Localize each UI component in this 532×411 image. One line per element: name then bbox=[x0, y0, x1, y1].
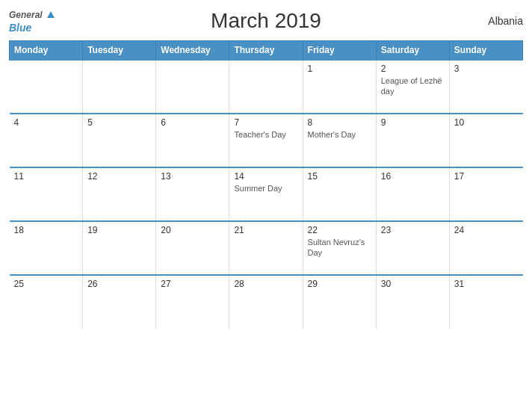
col-monday: Monday bbox=[10, 41, 83, 61]
col-thursday: Thursday bbox=[229, 41, 303, 61]
day-cell bbox=[83, 60, 156, 114]
week-row-5: 25262728293031 bbox=[10, 275, 523, 329]
day-number: 24 bbox=[454, 225, 519, 235]
day-number: 9 bbox=[381, 117, 445, 128]
day-cell: 23 bbox=[376, 221, 449, 275]
logo: General Blue bbox=[9, 7, 55, 34]
event-label: Mother's Day bbox=[308, 130, 356, 139]
day-cell: 1 bbox=[303, 60, 376, 114]
day-cell: 13 bbox=[156, 167, 229, 221]
day-cell: 4 bbox=[10, 114, 83, 167]
logo-container: General Blue bbox=[9, 7, 55, 34]
day-cell: 10 bbox=[449, 114, 522, 167]
week-row-3: 11121314Summer Day151617 bbox=[10, 167, 523, 221]
header: General Blue March 2019 Albania bbox=[9, 7, 523, 34]
logo-triangle-icon bbox=[47, 11, 55, 18]
week-row-1: 12League of Lezhë day3 bbox=[10, 60, 523, 114]
day-cell: 21 bbox=[229, 221, 303, 275]
day-number: 30 bbox=[381, 279, 445, 289]
day-cell: 24 bbox=[449, 221, 522, 275]
day-cell: 19 bbox=[83, 221, 156, 275]
day-cell: 11 bbox=[10, 167, 83, 221]
day-number: 19 bbox=[87, 225, 151, 235]
day-number: 15 bbox=[308, 171, 371, 182]
calendar-title: March 2019 bbox=[211, 9, 321, 33]
day-number: 18 bbox=[14, 225, 78, 235]
day-cell: 20 bbox=[156, 221, 229, 275]
day-cell: 22Sultan Nevruz's Day bbox=[303, 221, 376, 275]
calendar-page: General Blue March 2019 Albania Monday T… bbox=[0, 0, 532, 411]
col-sunday: Sunday bbox=[449, 41, 522, 61]
day-number: 25 bbox=[14, 279, 78, 289]
day-number: 4 bbox=[14, 117, 78, 128]
day-number: 13 bbox=[161, 171, 224, 182]
day-number: 5 bbox=[87, 117, 151, 128]
day-number: 27 bbox=[161, 279, 224, 289]
day-number: 29 bbox=[308, 279, 371, 289]
day-cell: 27 bbox=[156, 275, 229, 329]
col-saturday: Saturday bbox=[376, 41, 449, 61]
day-number: 11 bbox=[14, 171, 78, 182]
day-number: 20 bbox=[161, 225, 224, 235]
col-tuesday: Tuesday bbox=[83, 41, 156, 61]
week-row-4: 1819202122Sultan Nevruz's Day2324 bbox=[10, 221, 523, 275]
day-number: 14 bbox=[234, 171, 297, 182]
day-number: 2 bbox=[381, 64, 445, 74]
day-number: 28 bbox=[234, 279, 297, 289]
day-number: 16 bbox=[381, 171, 445, 182]
day-cell: 3 bbox=[449, 60, 522, 114]
day-cell: 12 bbox=[83, 167, 156, 221]
day-cell: 5 bbox=[83, 114, 156, 167]
day-cell: 7Teacher's Day bbox=[229, 114, 303, 167]
day-cell: 9 bbox=[376, 114, 449, 167]
day-number: 1 bbox=[308, 64, 371, 74]
logo-blue-text: Blue bbox=[9, 21, 55, 34]
day-number: 3 bbox=[454, 64, 519, 74]
day-number: 8 bbox=[308, 117, 371, 128]
day-number: 10 bbox=[454, 117, 519, 128]
day-cell: 2League of Lezhë day bbox=[376, 60, 449, 114]
day-cell: 18 bbox=[10, 221, 83, 275]
day-cell: 17 bbox=[449, 167, 522, 221]
day-number: 12 bbox=[87, 171, 151, 182]
day-cell: 28 bbox=[229, 275, 303, 329]
day-cell: 8Mother's Day bbox=[303, 114, 376, 167]
day-number: 31 bbox=[454, 279, 519, 289]
logo-general-text: General bbox=[9, 7, 55, 21]
event-label: Teacher's Day bbox=[234, 130, 285, 139]
col-friday: Friday bbox=[303, 41, 376, 61]
calendar-body: 12League of Lezhë day34567Teacher's Day8… bbox=[10, 60, 523, 329]
day-cell: 16 bbox=[376, 167, 449, 221]
event-label: League of Lezhë day bbox=[381, 76, 442, 96]
event-label: Summer Day bbox=[234, 184, 282, 193]
calendar-table: Monday Tuesday Wednesday Thursday Friday… bbox=[9, 40, 523, 329]
event-label: Sultan Nevruz's Day bbox=[308, 238, 365, 257]
day-cell bbox=[229, 60, 303, 114]
day-cell: 26 bbox=[83, 275, 156, 329]
day-cell: 30 bbox=[376, 275, 449, 329]
day-cell: 14Summer Day bbox=[229, 167, 303, 221]
week-row-2: 4567Teacher's Day8Mother's Day910 bbox=[10, 114, 523, 167]
day-number: 17 bbox=[454, 171, 519, 182]
day-cell: 6 bbox=[156, 114, 229, 167]
col-wednesday: Wednesday bbox=[156, 41, 229, 61]
day-cell bbox=[156, 60, 229, 114]
day-cell: 31 bbox=[449, 275, 522, 329]
day-cell: 25 bbox=[10, 275, 83, 329]
day-number: 23 bbox=[381, 225, 445, 235]
day-cell bbox=[10, 60, 83, 114]
day-number: 22 bbox=[308, 225, 371, 235]
day-cell: 15 bbox=[303, 167, 376, 221]
calendar-header: Monday Tuesday Wednesday Thursday Friday… bbox=[10, 41, 523, 61]
day-number: 7 bbox=[234, 117, 297, 128]
weekday-header-row: Monday Tuesday Wednesday Thursday Friday… bbox=[10, 41, 523, 61]
day-number: 6 bbox=[161, 117, 224, 128]
day-number: 26 bbox=[87, 279, 151, 289]
day-number: 21 bbox=[234, 225, 297, 235]
day-cell: 29 bbox=[303, 275, 376, 329]
country-label: Albania bbox=[488, 15, 523, 27]
